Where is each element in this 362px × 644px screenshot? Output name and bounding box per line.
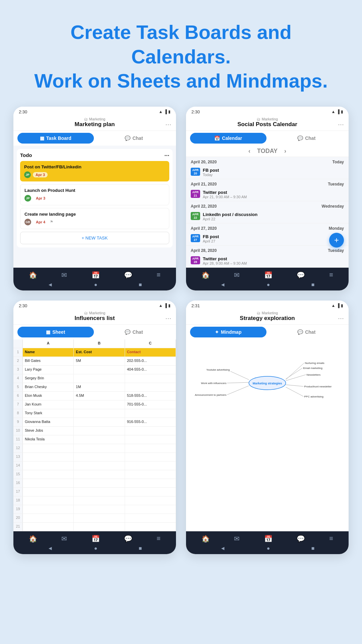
cell-5-c[interactable] [125, 383, 176, 391]
cell-2-a[interactable]: Bill Gates [23, 357, 74, 365]
cell-16-c[interactable] [125, 479, 176, 487]
tab-chat-4[interactable]: 💬 Chat [268, 327, 345, 337]
cell-20-b[interactable] [74, 514, 125, 522]
cell-2-b[interactable]: 5M [74, 357, 125, 365]
cell-8-b[interactable] [74, 409, 125, 418]
nav-menu-4[interactable]: ≡ [329, 535, 333, 543]
cell-15-a[interactable] [23, 470, 74, 479]
cell-6-a[interactable]: Elon Musk [23, 392, 74, 400]
next-month-btn[interactable]: › [284, 148, 286, 155]
nav-menu-3[interactable]: ≡ [157, 535, 161, 543]
cell-12-c[interactable] [125, 444, 176, 452]
menu-dots-3[interactable]: ⋯ [165, 315, 171, 322]
cell-20-c[interactable] [125, 514, 176, 522]
cell-15-c[interactable] [125, 470, 176, 479]
cal-event-fb-apr27[interactable]: APR27 FB post April 27 [186, 232, 349, 246]
cal-event-fb-apr20[interactable]: APR20 FB post Today [186, 166, 349, 179]
cell-18-c[interactable] [125, 496, 176, 505]
nav-mail-4[interactable]: ✉ [234, 535, 240, 543]
cell-17-b[interactable] [74, 488, 125, 496]
nav-home-2[interactable]: 🏠 [201, 271, 210, 279]
cell-14-c[interactable] [125, 462, 176, 470]
cell-17-c[interactable] [125, 488, 176, 496]
nav-menu-1[interactable]: ≡ [157, 271, 161, 279]
cell-13-a[interactable] [23, 453, 74, 461]
cell-9-b[interactable] [74, 418, 125, 426]
cal-event-twitter-apr21[interactable]: APR21 Twitter post Apr 21, 9:00 AM – 9:3… [186, 188, 349, 201]
new-task-button[interactable]: + NEW TASK [20, 232, 169, 244]
nav-chat-icon-4[interactable]: 💬 [297, 535, 305, 543]
fab-add-event[interactable]: + [329, 233, 344, 248]
recent-btn-2[interactable]: ■ [311, 282, 315, 288]
cell-9-a[interactable]: Giovanna Batta [23, 418, 74, 426]
cell-19-c[interactable] [125, 505, 176, 514]
tab-chat-3[interactable]: 💬 Chat [96, 327, 172, 337]
cell-13-c[interactable] [125, 453, 176, 461]
task-card-3[interactable]: Create new landing page GB Apr 4 ⚑ [20, 208, 169, 229]
cell-2-c[interactable]: 202-555-0... [125, 357, 176, 365]
cell-15-b[interactable] [74, 470, 125, 479]
cell-5-b[interactable]: 1M [74, 383, 125, 391]
cell-3-a[interactable]: Lary Page [23, 366, 74, 374]
tab-taskboard[interactable]: ▦ Task Board [17, 133, 94, 144]
nav-menu-2[interactable]: ≡ [329, 271, 333, 279]
cell-9-c[interactable]: 916-555-0... [125, 418, 176, 426]
menu-dots-2[interactable]: ⋯ [338, 121, 344, 128]
nav-cal-2[interactable]: 📅 [264, 271, 273, 279]
cell-16-b[interactable] [74, 479, 125, 487]
task-card-2[interactable]: Launch on Product Hunt JP Apr 3 [20, 184, 169, 205]
back-btn-2[interactable]: ◄ [220, 282, 226, 288]
cell-11-a[interactable]: Nikola Tesla [23, 435, 74, 444]
cell-19-b[interactable] [74, 505, 125, 514]
cell-11-c[interactable] [125, 435, 176, 444]
back-btn-4[interactable]: ◄ [220, 545, 226, 551]
cell-12-a[interactable] [23, 444, 74, 452]
cell-21-c[interactable] [125, 523, 176, 531]
tab-calendar[interactable]: 📅 Calendar [190, 133, 266, 144]
cell-18-b[interactable] [74, 496, 125, 505]
tab-chat-1[interactable]: 💬 Chat [96, 133, 172, 144]
cal-event-linkedin-apr22[interactable]: APR22 LinkedIn post / discussion April 2… [186, 210, 349, 223]
today-label[interactable]: TODAY [257, 148, 278, 155]
cell-13-b[interactable] [74, 453, 125, 461]
cell-4-a[interactable]: Sergey Brin [23, 374, 74, 383]
cell-4-c[interactable] [125, 374, 176, 383]
column-dots[interactable]: ⋯ [164, 152, 169, 158]
recent-btn-1[interactable]: ■ [139, 282, 142, 288]
cell-19-a[interactable] [23, 505, 74, 514]
cell-1-a[interactable]: Name [23, 348, 74, 357]
cell-18-a[interactable] [23, 496, 74, 505]
cell-6-b[interactable]: 4.5M [74, 392, 125, 400]
cell-14-b[interactable] [74, 462, 125, 470]
cell-5-a[interactable]: Brian Chesky [23, 383, 74, 391]
menu-dots-1[interactable]: ⋯ [165, 121, 171, 128]
nav-home-4[interactable]: 🏠 [201, 535, 210, 543]
menu-dots-4[interactable]: ⋯ [338, 315, 344, 322]
nav-cal-3[interactable]: 📅 [92, 535, 100, 543]
cell-17-a[interactable] [23, 488, 74, 496]
cell-3-c[interactable]: 404-555-0... [125, 366, 176, 374]
nav-chat-icon-2[interactable]: 💬 [297, 271, 305, 279]
back-btn-1[interactable]: ◄ [48, 282, 53, 288]
cell-4-b[interactable] [74, 374, 125, 383]
cell-21-b[interactable] [74, 523, 125, 531]
cell-12-b[interactable] [74, 444, 125, 452]
home-btn-4[interactable]: ● [267, 545, 270, 551]
cell-7-c[interactable]: 701-555-0... [125, 400, 176, 409]
cell-3-b[interactable] [74, 366, 125, 374]
home-btn-2[interactable]: ● [267, 282, 270, 288]
tab-mindmap[interactable]: ✦ Mindmap [190, 327, 266, 337]
cell-10-c[interactable] [125, 427, 176, 435]
recent-btn-4[interactable]: ■ [311, 545, 315, 551]
recent-btn-3[interactable]: ■ [139, 545, 142, 551]
nav-home-3[interactable]: 🏠 [29, 535, 37, 543]
nav-chat-icon-3[interactable]: 💬 [124, 535, 132, 543]
cell-7-a[interactable]: Jan Koum [23, 400, 74, 409]
prev-month-btn[interactable]: ‹ [248, 148, 250, 155]
task-card-1[interactable]: Post on Twitter/FB/Linkedin JP Apr 3 [20, 161, 169, 181]
cell-16-a[interactable] [23, 479, 74, 487]
nav-mail-1[interactable]: ✉ [61, 271, 67, 279]
cal-event-twitter-apr28[interactable]: APR28 Twitter post Apr 28, 9:00 AM – 9:3… [186, 254, 349, 268]
back-btn-3[interactable]: ◄ [48, 545, 53, 551]
cell-10-a[interactable]: Steve Jobs [23, 427, 74, 435]
